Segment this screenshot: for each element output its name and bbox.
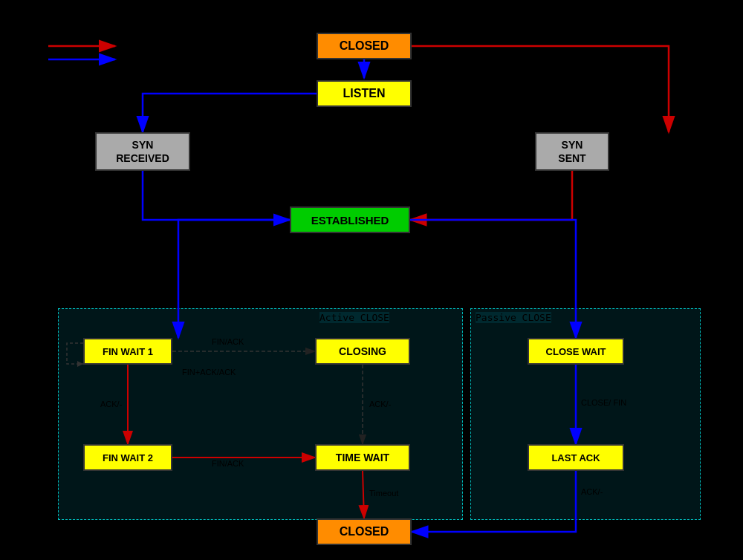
label-ack-finwait: ACK/- <box>100 400 122 408</box>
svg-marker-13 <box>77 361 83 367</box>
state-last-ack: LAST ACK <box>528 444 624 471</box>
tcp-state-diagram: Active CLOSE Passive CLOSE <box>0 0 743 560</box>
state-closed-bottom: CLOSED <box>317 518 412 545</box>
state-close-wait: CLOSE WAIT <box>528 338 624 365</box>
state-syn-sent: SYNSENT <box>535 132 609 171</box>
state-closed-top: CLOSED <box>317 33 412 59</box>
label-fin-ack-timewait: FIN/ACK <box>212 459 244 468</box>
label-ack-closing: ACK/- <box>369 400 391 408</box>
state-fin-wait-1: FIN WAIT 1 <box>83 338 172 365</box>
state-syn-received: SYNRECEIVED <box>95 132 190 171</box>
label-ack-lastack: ACK/- <box>581 487 603 496</box>
state-fin-wait-2: FIN WAIT 2 <box>83 444 172 471</box>
state-listen: LISTEN <box>317 80 412 107</box>
label-fin-ack-closing: FIN/ACK <box>212 337 244 346</box>
svg-line-12 <box>363 471 364 518</box>
label-close-fin: CLOSE/ FIN <box>581 398 626 407</box>
state-established: ESTABLISHED <box>290 206 410 233</box>
label-finack-ack: FIN+ACK/ACK <box>182 368 236 377</box>
state-time-wait: TIME WAIT <box>315 444 410 471</box>
label-timeout: Timeout <box>369 489 398 498</box>
state-closing: CLOSING <box>315 338 410 365</box>
